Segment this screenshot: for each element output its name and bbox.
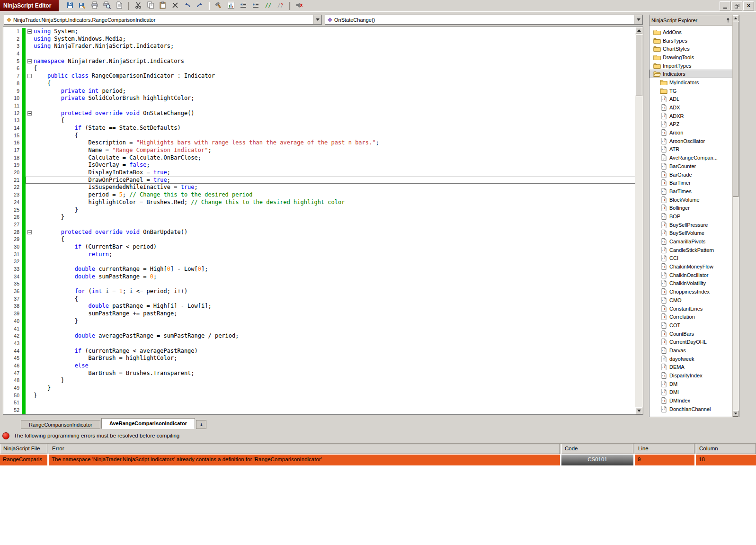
explorer-item-bop[interactable]: BOP: [649, 212, 733, 221]
explorer-item-aroonoscillator[interactable]: AroonOscillator: [649, 137, 733, 145]
code-text[interactable]: public class RangeComparisonIndicator : …: [34, 72, 635, 80]
code-line[interactable]: 48 }: [3, 377, 635, 384]
tab-averangecomparisonindicator[interactable]: AveRangeComparisonIndicator: [101, 418, 195, 429]
code-text[interactable]: {: [34, 236, 635, 243]
collapse-icon[interactable]: [27, 230, 32, 234]
code-line[interactable]: 18 Calculate = Calculate.OnBarClose;: [3, 154, 635, 162]
code-line[interactable]: 40 }: [3, 318, 635, 325]
code-text[interactable]: for (int i = 1; i <= period; i++): [34, 288, 635, 295]
code-text[interactable]: BarBrush = Brushes.Transparent;: [34, 370, 635, 377]
code-line[interactable]: 35: [3, 280, 635, 288]
code-line[interactable]: 4: [3, 50, 635, 58]
tab-rangecomparisonindicator[interactable]: RangeComparisonIndicator: [21, 420, 100, 429]
code-line[interactable]: 23 period = 5; // Change this to the des…: [3, 191, 635, 199]
code-line[interactable]: 10 private SolidColorBrush highlightColo…: [3, 95, 635, 102]
code-line[interactable]: 2using System.Windows.Media;: [3, 36, 635, 43]
explorer-item-choppinessindex[interactable]: ChoppinessIndex: [649, 287, 733, 296]
code-line[interactable]: 32: [3, 258, 635, 266]
code-text[interactable]: namespace NinjaTrader.NinjaScript.Indica…: [34, 58, 635, 65]
code-line[interactable]: 47 BarBrush = Brushes.Transparent;: [3, 370, 635, 377]
code-line[interactable]: 49 }: [3, 384, 635, 392]
code-text[interactable]: highlightColor = Brushes.Red; // Change …: [34, 199, 635, 206]
code-line[interactable]: 11: [3, 102, 635, 110]
column-header-error[interactable]: Error: [49, 444, 560, 454]
code-text[interactable]: double pastRange = High[i] - Low[i];: [34, 303, 635, 310]
explorer-item-indicators[interactable]: Indicators: [649, 70, 733, 78]
code-line[interactable]: 1using System;: [3, 28, 635, 36]
code-text[interactable]: if (CurrentBar < period): [34, 243, 635, 251]
comment-button[interactable]: //: [262, 1, 274, 10]
error-row[interactable]: RangeComparisThe namespace 'NinjaTrader.…: [0, 455, 756, 465]
explorer-item-drawingtools[interactable]: DrawingTools: [649, 53, 733, 62]
code-line[interactable]: 44 if (currentRange < averagePastRange): [3, 348, 635, 355]
code-text[interactable]: }: [34, 384, 635, 392]
code-line[interactable]: 21 DrawOnPricePanel = true;: [3, 177, 635, 184]
code-line[interactable]: 16 Description = "Highlights bars with r…: [3, 139, 635, 147]
code-line[interactable]: 13 {: [3, 117, 635, 125]
code-line[interactable]: 7 public class RangeComparisonIndicator …: [3, 72, 635, 80]
explorer-item-dayofweek[interactable]: dayofweek: [649, 355, 733, 363]
code-text[interactable]: if (State == State.SetDefaults): [34, 125, 635, 132]
code-line[interactable]: 38 double pastRange = High[i] - Low[i];: [3, 303, 635, 310]
code-line[interactable]: 29 {: [3, 236, 635, 243]
explorer-item-bartimes[interactable]: BarTimes: [649, 187, 733, 196]
scrollbar-thumb[interactable]: [733, 22, 738, 197]
code-text[interactable]: Name = "Range Comparison Indicator";: [34, 147, 635, 154]
close-button[interactable]: ×: [743, 1, 754, 10]
editor-vertical-scrollbar[interactable]: [635, 27, 643, 414]
save-button[interactable]: [64, 1, 76, 10]
collapse-icon[interactable]: [27, 74, 32, 78]
code-line[interactable]: 6{: [3, 65, 635, 72]
delete-button[interactable]: [169, 1, 181, 10]
explorer-item-currentdayohl[interactable]: CurrentDayOHL: [649, 338, 733, 346]
compile-button[interactable]: [213, 1, 224, 10]
explorer-item-buysellpressure[interactable]: BuySellPressure: [649, 221, 733, 229]
code-line[interactable]: 46 else: [3, 362, 635, 370]
cut-button[interactable]: [133, 1, 144, 10]
code-line[interactable]: 39 sumPastRange += pastRange;: [3, 310, 635, 318]
code-text[interactable]: if (currentRange < averagePastRange): [34, 348, 635, 355]
code-text[interactable]: Calculate = Calculate.OnBarClose;: [34, 154, 635, 162]
explorer-item-cmo[interactable]: CMO: [649, 296, 733, 304]
explorer-item-correlation[interactable]: Correlation: [649, 313, 733, 321]
paste-button[interactable]: [157, 1, 169, 10]
explorer-item-myindicators[interactable]: MyIndicators: [649, 78, 733, 87]
explorer-item-constantlines[interactable]: ConstantLines: [649, 304, 733, 313]
code-text[interactable]: }: [34, 392, 635, 400]
explorer-item-bargrade[interactable]: BarGrade: [649, 170, 733, 179]
code-line[interactable]: 3using NinjaTrader.NinjaScript.Indicator…: [3, 43, 635, 50]
print-button[interactable]: [89, 1, 100, 10]
explorer-item-adl[interactable]: ADL: [649, 95, 733, 104]
code-line[interactable]: 31 return;: [3, 251, 635, 259]
code-line[interactable]: 26 }: [3, 214, 635, 221]
uncomment-button[interactable]: //: [275, 1, 286, 10]
explorer-item-blockvolume[interactable]: BlockVolume: [649, 196, 733, 204]
code-text[interactable]: {: [34, 132, 635, 140]
new-tab-button[interactable]: +: [196, 420, 206, 429]
explorer-item-tg[interactable]: TG: [649, 87, 733, 95]
code-line[interactable]: 41: [3, 325, 635, 333]
code-text[interactable]: [34, 280, 635, 288]
explorer-item-importtypes[interactable]: ImportTypes: [649, 62, 733, 70]
code-text[interactable]: protected override void OnBarUpdate(): [34, 229, 635, 236]
outdent-button[interactable]: [238, 1, 249, 10]
code-text[interactable]: using NinjaTrader.NinjaScript.Indicators…: [34, 43, 635, 50]
explorer-item-countbars[interactable]: CountBars: [649, 330, 733, 338]
code-line[interactable]: 9 private int period;: [3, 88, 635, 95]
toggle-alerts-button[interactable]: [294, 1, 305, 10]
page-setup-button[interactable]: [114, 1, 125, 10]
scroll-up-button[interactable]: [733, 15, 738, 21]
explorer-item-barcounter[interactable]: BarCounter: [649, 162, 733, 170]
code-text[interactable]: double currentRange = High[0] - Low[0];: [34, 266, 635, 273]
code-line[interactable]: 14 if (State == State.SetDefaults): [3, 125, 635, 132]
pin-icon[interactable]: [725, 18, 731, 23]
code-line[interactable]: 37 {: [3, 295, 635, 303]
explorer-item-chaikinvolatility[interactable]: ChaikinVolatility: [649, 279, 733, 288]
column-header-ninjascript-file[interactable]: NinjaScript File: [0, 444, 47, 454]
explorer-item-atr[interactable]: ATR: [649, 145, 733, 154]
code-line[interactable]: 45 BarBrush = highlightColor;: [3, 355, 635, 362]
minimize-button[interactable]: [720, 1, 730, 10]
code-editor[interactable]: 1using System;2using System.Windows.Medi…: [3, 27, 643, 415]
code-line[interactable]: 51: [3, 399, 635, 407]
code-text[interactable]: [34, 102, 635, 110]
